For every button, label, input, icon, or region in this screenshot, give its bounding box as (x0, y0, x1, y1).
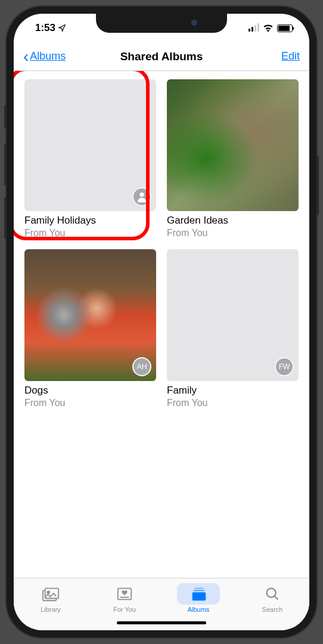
svg-line-10 (275, 596, 278, 600)
album-title: Family Holidays (24, 215, 156, 227)
phone-frame: 1:53 ‹ Albums Shared Albums Edit (7, 7, 316, 637)
album-garden-ideas[interactable]: Garden Ideas From You (167, 79, 299, 239)
tab-label: For You (113, 606, 136, 613)
library-icon (42, 586, 60, 602)
camera-dot (191, 20, 197, 26)
search-icon (263, 586, 281, 602)
back-button[interactable]: ‹ Albums (23, 48, 66, 65)
albums-icon (190, 586, 207, 602)
side-button (316, 156, 319, 215)
album-subtitle: From You (167, 228, 299, 239)
nav-bar: ‹ Albums Shared Albums Edit (14, 42, 309, 71)
person-icon (132, 187, 151, 206)
tab-for-you[interactable]: For You (98, 583, 151, 613)
volume-up-button (4, 144, 7, 185)
albums-grid: Family Holidays From You Garden Ideas Fr… (24, 79, 299, 408)
album-family-holidays[interactable]: Family Holidays From You (24, 79, 156, 239)
content-area: Family Holidays From You Garden Ideas Fr… (14, 71, 309, 578)
battery-icon (277, 24, 293, 32)
album-title: Garden Ideas (167, 215, 299, 227)
volume-down-button (4, 197, 7, 239)
album-thumbnail: AH (24, 249, 156, 381)
album-thumbnail: FW (167, 249, 299, 381)
tab-label: Search (262, 606, 283, 613)
svg-point-3 (47, 591, 49, 593)
album-family[interactable]: FW Family From You (167, 249, 299, 408)
screen: 1:53 ‹ Albums Shared Albums Edit (14, 14, 309, 630)
page-title: Shared Albums (120, 50, 203, 63)
shared-badge: FW (275, 357, 294, 376)
album-subtitle: From You (24, 228, 156, 239)
mute-switch (4, 105, 7, 129)
album-title: Dogs (24, 385, 156, 397)
svg-rect-7 (194, 590, 205, 591)
wifi-icon (263, 24, 274, 32)
svg-rect-6 (194, 588, 203, 589)
shared-badge: AH (132, 357, 151, 376)
album-dogs[interactable]: AH Dogs From You (24, 249, 156, 408)
album-subtitle: From You (24, 398, 156, 408)
album-thumbnail (167, 79, 299, 211)
album-thumbnail (24, 79, 156, 211)
home-indicator[interactable] (117, 621, 206, 624)
album-subtitle: From You (167, 398, 299, 408)
svg-rect-8 (192, 592, 206, 600)
chevron-left-icon: ‹ (23, 48, 29, 65)
svg-point-0 (139, 193, 144, 197)
cellular-signal-icon (249, 24, 259, 32)
foryou-icon (116, 586, 133, 602)
svg-point-9 (267, 589, 276, 597)
tab-label: Albums (188, 606, 210, 613)
tab-search[interactable]: Search (246, 583, 299, 613)
location-icon (58, 24, 66, 32)
back-label: Albums (30, 50, 66, 63)
svg-rect-2 (45, 589, 59, 599)
tab-albums[interactable]: Albums (172, 583, 225, 613)
status-time: 1:53 (35, 22, 55, 34)
tab-library[interactable]: Library (24, 583, 77, 613)
edit-button[interactable]: Edit (281, 50, 300, 63)
tab-label: Library (41, 606, 61, 613)
notch (96, 14, 227, 33)
album-title: Family (167, 385, 299, 397)
